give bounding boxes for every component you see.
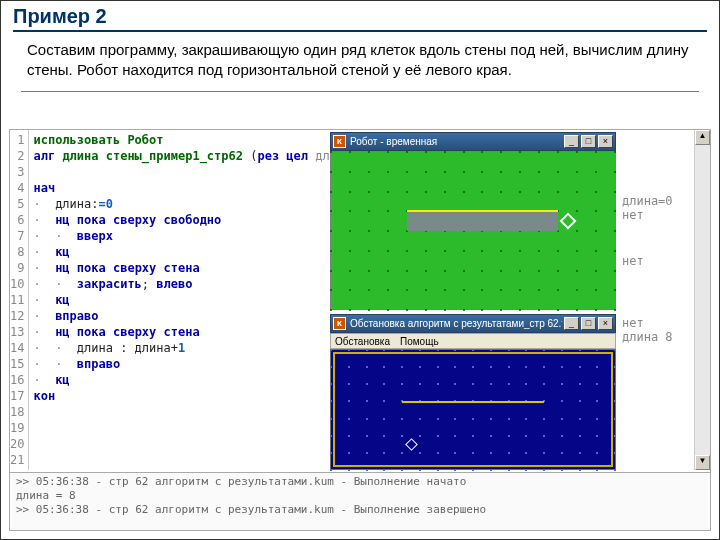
- maximize-button[interactable]: □: [581, 135, 596, 148]
- situation-titlebar[interactable]: К Обстановка алгоритм с результатами_стр…: [330, 314, 616, 333]
- minimize-button[interactable]: _: [564, 135, 579, 148]
- situation-window[interactable]: К Обстановка алгоритм с результатами_стр…: [330, 314, 616, 470]
- code-editor[interactable]: 123456789101112131415161718192021 исполь…: [10, 130, 328, 470]
- separator: [21, 91, 699, 92]
- situation-field: [330, 349, 616, 470]
- slide-title: Пример 2: [13, 5, 707, 32]
- robot-titlebar[interactable]: К Робот - временная _ □ ×: [330, 132, 616, 151]
- close-button[interactable]: ×: [598, 135, 613, 148]
- scroll-down-button[interactable]: ▼: [695, 455, 710, 470]
- console-output: >> 05:36:38 - стр 62 алгоритм с результа…: [10, 472, 710, 530]
- ide-area: 123456789101112131415161718192021 исполь…: [9, 129, 711, 531]
- slide-description: Составим программу, закрашивающую один р…: [1, 32, 719, 87]
- minimize-button[interactable]: _: [564, 317, 579, 330]
- menu-obstanovka[interactable]: Обстановка: [335, 336, 390, 347]
- code-lines[interactable]: использовать Роботалг длина стены_пример…: [29, 130, 362, 470]
- vertical-scrollbar[interactable]: ▲ ▼: [694, 130, 710, 470]
- close-button[interactable]: ×: [598, 317, 613, 330]
- maximize-button[interactable]: □: [581, 317, 596, 330]
- robot-field: [330, 151, 616, 310]
- robot-title-text: Робот - временная: [350, 136, 562, 147]
- scroll-up-button[interactable]: ▲: [695, 130, 710, 145]
- situation-title-text: Обстановка алгоритм с результатами_стр 6…: [350, 318, 562, 329]
- line-number-gutter: 123456789101112131415161718192021: [10, 130, 29, 470]
- title-bar: Пример 2: [1, 1, 719, 32]
- situation-menubar[interactable]: Обстановка Помощь: [330, 333, 616, 349]
- robot-window[interactable]: К Робот - временная _ □ ×: [330, 132, 616, 310]
- slide-frame: Пример 2 Составим программу, закрашивающ…: [0, 0, 720, 540]
- robot-app-icon: К: [333, 135, 346, 148]
- situation-app-icon: К: [333, 317, 346, 330]
- menu-help[interactable]: Помощь: [400, 336, 439, 347]
